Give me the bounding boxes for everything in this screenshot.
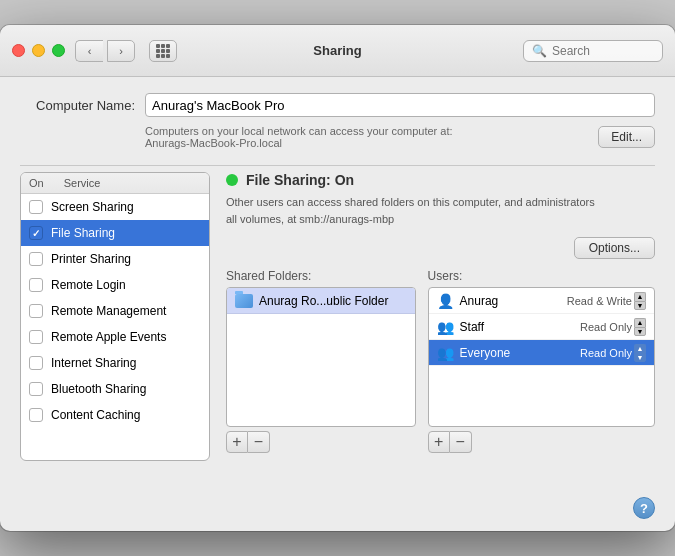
grid-button[interactable] [149, 40, 177, 62]
traffic-lights [12, 44, 65, 57]
service-item-remote-management[interactable]: Remote Management [21, 298, 209, 324]
remote-management-label: Remote Management [51, 304, 166, 318]
file-sharing-checkbox[interactable] [29, 226, 43, 240]
screen-sharing-checkbox[interactable] [29, 200, 43, 214]
local-network-text: Computers on your local network can acce… [145, 125, 588, 149]
user-icon-staff: 👥 [437, 319, 455, 335]
file-sharing-label: File Sharing [51, 226, 115, 240]
computer-name-row: Computer Name: [20, 93, 655, 117]
stepper-down-everyone[interactable]: ▼ [634, 353, 646, 362]
user-icon-everyone: 👥 [437, 345, 455, 361]
content-caching-checkbox[interactable] [29, 408, 43, 422]
edit-button[interactable]: Edit... [598, 126, 655, 148]
back-button[interactable]: ‹ [75, 40, 103, 62]
col-service-label: Service [64, 177, 101, 189]
minimize-button[interactable] [32, 44, 45, 57]
user-permission-anurag: Read & Write [567, 295, 632, 307]
computer-name-label: Computer Name: [20, 98, 135, 113]
shared-folders-label: Shared Folders: [226, 269, 416, 283]
search-input[interactable] [552, 44, 654, 58]
forward-button[interactable]: › [107, 40, 135, 62]
remote-apple-events-label: Remote Apple Events [51, 330, 166, 344]
maximize-button[interactable] [52, 44, 65, 57]
remote-management-checkbox[interactable] [29, 304, 43, 318]
local-network-row: Computers on your local network can acce… [20, 125, 655, 149]
permission-stepper-everyone[interactable]: ▲ ▼ [634, 344, 646, 362]
service-item-content-caching[interactable]: Content Caching [21, 402, 209, 428]
add-user-button[interactable]: + [428, 431, 450, 453]
remove-folder-button[interactable]: − [248, 431, 270, 453]
service-item-printer-sharing[interactable]: Printer Sharing [21, 246, 209, 272]
main-area: On Service Screen Sharing File Sharing [20, 172, 655, 461]
folders-users-row: Shared Folders: Anurag Ro...ublic Folder… [226, 269, 655, 453]
printer-sharing-label: Printer Sharing [51, 252, 131, 266]
printer-sharing-checkbox[interactable] [29, 252, 43, 266]
service-list: On Service Screen Sharing File Sharing [20, 172, 210, 461]
service-item-screen-sharing[interactable]: Screen Sharing [21, 194, 209, 220]
bluetooth-sharing-checkbox[interactable] [29, 382, 43, 396]
divider [20, 165, 655, 166]
folder-item[interactable]: Anurag Ro...ublic Folder [227, 288, 415, 314]
user-row-anurag[interactable]: 👤 Anurag Read & Write ▲ ▼ [429, 288, 654, 314]
right-panel: File Sharing: On Other users can access … [226, 172, 655, 461]
service-list-header: On Service [21, 173, 209, 194]
users-col: Users: 👤 Anurag Read & Write ▲ ▼ [428, 269, 655, 453]
remote-apple-events-checkbox[interactable] [29, 330, 43, 344]
user-name-anurag: Anurag [460, 294, 567, 308]
computer-name-input[interactable] [145, 93, 655, 117]
remote-login-label: Remote Login [51, 278, 126, 292]
panel-title: File Sharing: On [246, 172, 354, 188]
permission-stepper-anurag[interactable]: ▲ ▼ [634, 292, 646, 310]
service-item-remote-login[interactable]: Remote Login [21, 272, 209, 298]
help-button[interactable]: ? [633, 497, 655, 519]
shared-folders-col: Shared Folders: Anurag Ro...ublic Folder… [226, 269, 416, 453]
stepper-up[interactable]: ▲ [634, 292, 646, 301]
service-items: Screen Sharing File Sharing Printer Shar… [21, 194, 209, 428]
user-permission-staff: Read Only [580, 321, 632, 333]
stepper-down[interactable]: ▼ [634, 301, 646, 310]
permission-stepper-staff[interactable]: ▲ ▼ [634, 318, 646, 336]
users-label: Users: [428, 269, 655, 283]
users-list[interactable]: 👤 Anurag Read & Write ▲ ▼ 👥 [428, 287, 655, 427]
nav-buttons: ‹ › [75, 40, 135, 62]
shared-folders-list[interactable]: Anurag Ro...ublic Folder [226, 287, 416, 427]
folder-icon [235, 294, 253, 308]
content-caching-label: Content Caching [51, 408, 140, 422]
shared-folders-controls: + − [226, 431, 416, 453]
grid-icon [156, 44, 170, 58]
user-icon-anurag: 👤 [437, 293, 455, 309]
user-row-everyone[interactable]: 👥 Everyone Read Only ▲ ▼ [429, 340, 654, 366]
titlebar: ‹ › Sharing 🔍 [0, 25, 675, 77]
status-dot-on [226, 174, 238, 186]
service-item-file-sharing[interactable]: File Sharing [21, 220, 209, 246]
main-window: ‹ › Sharing 🔍 Computer Name: Computers o… [0, 25, 675, 531]
search-icon: 🔍 [532, 44, 547, 58]
stepper-up-everyone[interactable]: ▲ [634, 344, 646, 353]
user-permission-everyone: Read Only [580, 347, 632, 359]
service-item-remote-apple-events[interactable]: Remote Apple Events [21, 324, 209, 350]
add-folder-button[interactable]: + [226, 431, 248, 453]
bottom-bar: ? [0, 485, 675, 531]
users-controls: + − [428, 431, 655, 453]
bluetooth-sharing-label: Bluetooth Sharing [51, 382, 146, 396]
options-row: Options... [226, 237, 655, 259]
remove-user-button[interactable]: − [450, 431, 472, 453]
folder-name: Anurag Ro...ublic Folder [259, 294, 388, 308]
col-on-label: On [29, 177, 44, 189]
panel-description: Other users can access shared folders on… [226, 194, 655, 227]
user-name-everyone: Everyone [460, 346, 580, 360]
remote-login-checkbox[interactable] [29, 278, 43, 292]
window-title: Sharing [313, 43, 361, 58]
user-row-staff[interactable]: 👥 Staff Read Only ▲ ▼ [429, 314, 654, 340]
options-button[interactable]: Options... [574, 237, 655, 259]
internet-sharing-checkbox[interactable] [29, 356, 43, 370]
stepper-down-staff[interactable]: ▼ [634, 327, 646, 336]
panel-header: File Sharing: On [226, 172, 655, 188]
close-button[interactable] [12, 44, 25, 57]
service-item-internet-sharing[interactable]: Internet Sharing [21, 350, 209, 376]
stepper-up-staff[interactable]: ▲ [634, 318, 646, 327]
content-area: Computer Name: Computers on your local n… [0, 77, 675, 477]
service-item-bluetooth-sharing[interactable]: Bluetooth Sharing [21, 376, 209, 402]
search-box[interactable]: 🔍 [523, 40, 663, 62]
user-name-staff: Staff [460, 320, 580, 334]
